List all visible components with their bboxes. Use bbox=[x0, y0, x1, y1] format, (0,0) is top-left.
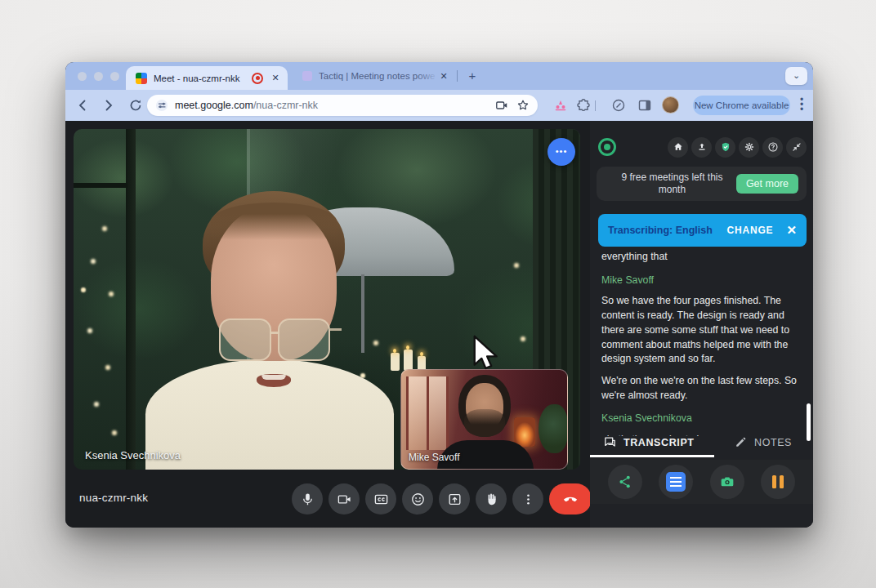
transcribing-bar: Transcribing: English CHANGE ✕ bbox=[598, 214, 807, 247]
door-frame bbox=[126, 129, 136, 470]
participant-name-label: Ksenia Svechnikova bbox=[85, 449, 181, 461]
close-transcribing-icon[interactable]: ✕ bbox=[786, 223, 797, 238]
tactiq-sidebar: 9 free meetings left this month Get more… bbox=[590, 121, 813, 528]
side-panel-icon[interactable] bbox=[637, 98, 652, 113]
reactions-button[interactable] bbox=[402, 483, 433, 514]
tab-tactiq[interactable]: Tactiq | Meeting notes powe ✕ bbox=[294, 62, 456, 90]
get-more-button[interactable]: Get more bbox=[736, 174, 798, 194]
pip-video-tile[interactable]: Mike Savoff bbox=[400, 369, 568, 470]
captions-button[interactable] bbox=[365, 483, 396, 514]
candles bbox=[391, 346, 440, 371]
string-lights bbox=[74, 129, 77, 132]
help-button[interactable] bbox=[762, 137, 783, 158]
toolbar-separator bbox=[595, 100, 596, 111]
reactions-icon bbox=[410, 492, 426, 507]
close-tab-icon[interactable]: ✕ bbox=[270, 73, 281, 83]
mouse-cursor bbox=[471, 333, 502, 376]
site-info-icon[interactable] bbox=[155, 99, 168, 112]
collapse-icon bbox=[791, 141, 802, 153]
help-icon bbox=[767, 141, 779, 153]
tab-separator bbox=[457, 70, 458, 82]
glasses-bridge bbox=[270, 332, 279, 334]
pause-icon bbox=[771, 475, 784, 488]
transcript-text: We're on the we're on the last few steps… bbox=[601, 374, 800, 403]
videocam-icon bbox=[337, 492, 352, 507]
glasses-left-lens bbox=[219, 318, 271, 361]
reload-icon[interactable] bbox=[128, 98, 143, 113]
more-options-button[interactable] bbox=[512, 483, 543, 514]
forward-icon[interactable] bbox=[101, 98, 116, 113]
glasses-right-lens bbox=[278, 318, 330, 361]
tab-label: TRANSCRIPT bbox=[623, 437, 695, 448]
present-icon bbox=[447, 492, 463, 507]
raise-hand-button[interactable] bbox=[476, 483, 507, 514]
captions-icon bbox=[373, 492, 389, 507]
pip-participant-beard bbox=[464, 409, 505, 437]
tab-title-fade bbox=[417, 62, 438, 90]
tab-notes[interactable]: NOTES bbox=[734, 435, 792, 449]
settings-gear-icon bbox=[744, 141, 755, 153]
recording-indicator-icon bbox=[252, 73, 263, 84]
browser-menu-kebab-icon[interactable]: ••• bbox=[796, 97, 807, 114]
end-call-button[interactable] bbox=[549, 483, 592, 514]
settings-button[interactable] bbox=[739, 137, 759, 158]
present-button[interactable] bbox=[439, 483, 470, 514]
screenshot-camera-icon bbox=[719, 474, 735, 490]
browser-toolbar: meet.google.com/nua-czmr-nkk New Chrome … bbox=[65, 90, 813, 121]
tactiq-floating-bubble[interactable]: ••• bbox=[548, 138, 575, 166]
mic-button[interactable] bbox=[292, 483, 323, 514]
profile-avatar[interactable] bbox=[662, 96, 679, 114]
shield-check-icon bbox=[720, 141, 731, 153]
url-text[interactable]: meet.google.com/nua-czmr-nkk bbox=[175, 100, 487, 111]
door-frame bbox=[74, 183, 127, 188]
window-close-button[interactable] bbox=[78, 72, 87, 81]
camera-capture-icon[interactable] bbox=[495, 99, 508, 112]
new-tab-button[interactable]: + bbox=[465, 69, 480, 83]
tab-meet[interactable]: Meet - nua-czmr-nkk ✕ bbox=[126, 66, 288, 90]
history-icon[interactable] bbox=[611, 98, 626, 113]
publish-button[interactable] bbox=[691, 137, 712, 158]
glasses-arm bbox=[330, 328, 342, 331]
tactiq-favicon-icon bbox=[302, 71, 312, 81]
screenshot-button[interactable] bbox=[710, 465, 744, 499]
close-tab-icon[interactable]: ✕ bbox=[438, 71, 449, 82]
extensions-puzzle-icon[interactable] bbox=[576, 98, 591, 113]
address-bar[interactable]: meet.google.com/nua-czmr-nkk bbox=[147, 95, 538, 116]
tab-strip: Meet - nua-czmr-nkk ✕ Tactiq | Meeting n… bbox=[65, 62, 813, 90]
tactiq-extension-icon[interactable] bbox=[553, 98, 568, 113]
back-icon[interactable] bbox=[75, 98, 90, 113]
export-to-docs-button[interactable] bbox=[659, 465, 693, 499]
tab-title: Meet - nua-czmr-nkk bbox=[154, 74, 252, 83]
chat-icon bbox=[603, 435, 617, 449]
transcript-speaker: Mike Savoff bbox=[601, 274, 800, 288]
meet-favicon-icon bbox=[136, 73, 147, 84]
tactiq-tabs: TRANSCRIPT NOTES bbox=[590, 435, 813, 457]
window-minimize-button[interactable] bbox=[94, 72, 103, 81]
home-button[interactable] bbox=[668, 137, 688, 158]
update-chrome-button[interactable]: New Chrome available bbox=[693, 96, 790, 115]
participant-hairline bbox=[211, 203, 337, 240]
bookmark-star-icon[interactable] bbox=[516, 99, 530, 112]
pause-recording-button[interactable] bbox=[761, 465, 795, 499]
share-icon bbox=[617, 474, 633, 490]
mic-icon bbox=[300, 492, 315, 507]
privacy-button[interactable] bbox=[715, 137, 735, 158]
url-path: /nua-czmr-nkk bbox=[253, 100, 318, 111]
camera-button[interactable] bbox=[328, 483, 360, 514]
tab-transcript[interactable]: TRANSCRIPT bbox=[603, 435, 695, 449]
pip-fireplace bbox=[514, 417, 535, 447]
meet-page: Ksenia Svechnikova ••• Mike Savoff nua-c… bbox=[65, 121, 813, 528]
transcript-list[interactable]: everything that Mike Savoff So we have t… bbox=[601, 250, 800, 436]
pencil-icon bbox=[734, 435, 748, 449]
tab-label: NOTES bbox=[754, 437, 792, 448]
share-button[interactable] bbox=[608, 465, 642, 499]
transcript-text: everything that bbox=[601, 250, 800, 265]
meeting-code: nua-czmr-nkk bbox=[79, 492, 148, 504]
change-language-button[interactable]: CHANGE bbox=[727, 225, 774, 236]
window-zoom-button[interactable] bbox=[110, 72, 119, 81]
tab-search-chevron-icon[interactable]: ⌄ bbox=[785, 67, 807, 85]
url-host: meet.google.com bbox=[175, 100, 253, 111]
transcript-speaker: Ksenia Svechnikova bbox=[601, 412, 800, 426]
google-docs-icon bbox=[666, 472, 686, 492]
collapse-button[interactable] bbox=[786, 137, 807, 158]
